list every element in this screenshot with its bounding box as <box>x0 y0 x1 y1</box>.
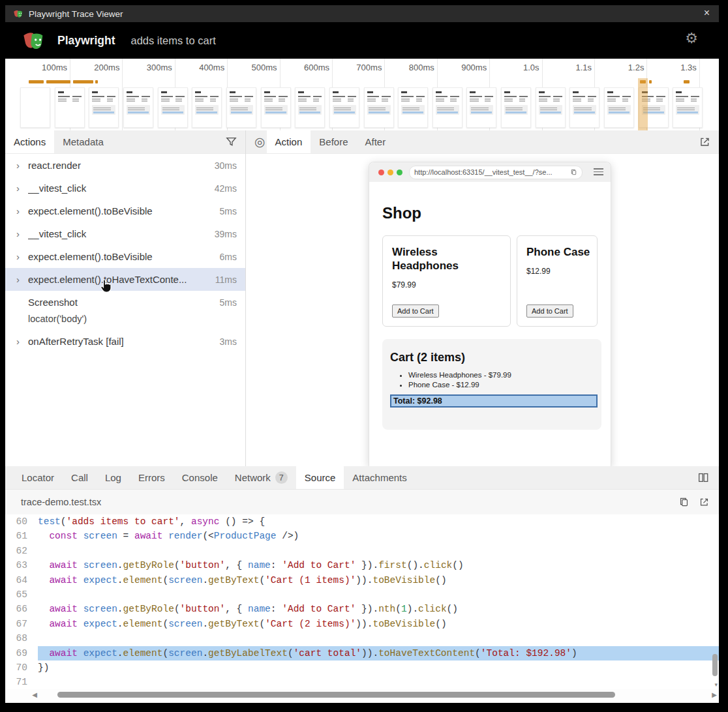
timeline-thumbnail[interactable] <box>501 87 531 128</box>
chevron-right-icon[interactable]: › <box>16 251 25 262</box>
action-duration: 11ms <box>215 274 237 285</box>
window-title: Playwright Trace Viewer <box>29 9 123 19</box>
thumb-cart <box>230 105 253 115</box>
timeline-thumbnail[interactable] <box>364 87 394 128</box>
tab-after[interactable]: After <box>357 130 395 153</box>
action-row[interactable]: ›expect.element().toHaveTextConte...11ms <box>5 268 245 291</box>
timeline-thumbnail[interactable] <box>20 87 50 128</box>
tab-locator[interactable]: Locator <box>13 466 63 489</box>
action-row[interactable]: ›react.render30ms <box>5 154 245 177</box>
timeline-tick-label: 300ms <box>127 63 172 72</box>
code-line: 69 await expect.element(screen.getByLabe… <box>5 646 719 660</box>
timeline-thumbnail[interactable] <box>673 87 703 128</box>
tab-log[interactable]: Log <box>97 466 130 489</box>
horizontal-scrollbar[interactable]: ◀ ▶ <box>5 689 719 700</box>
timeline-tick-label: 500ms <box>232 63 277 72</box>
thumb-cart <box>676 105 699 115</box>
add-to-cart-button[interactable]: Add to Cart <box>526 304 573 318</box>
add-to-cart-button[interactable]: Add to Cart <box>392 304 439 318</box>
scroll-right-icon[interactable]: ▶ <box>710 691 719 698</box>
source-file-bar: trace-demo.test.tsx <box>5 490 719 514</box>
timeline-thumbnail[interactable] <box>261 87 291 128</box>
gear-icon[interactable]: ⚙ <box>685 31 698 46</box>
action-row[interactable]: ›expect.element().toBeVisible6ms <box>5 245 245 268</box>
thumb-heading <box>607 91 613 93</box>
chevron-right-icon[interactable]: › <box>16 205 25 216</box>
thumb-product <box>622 96 631 102</box>
shop-page: Shop Wireless Headphones $79.99 Add to C… <box>369 204 611 430</box>
thumb-products <box>436 96 459 102</box>
thumb-heading <box>539 91 545 93</box>
line-number: 61 <box>5 529 27 543</box>
pick-locator-icon[interactable]: ◎ <box>254 130 265 153</box>
timeline-thumbnail[interactable] <box>55 87 85 128</box>
timeline-thumbnail[interactable] <box>466 87 496 128</box>
horizontal-scrollbar-thumb[interactable] <box>57 692 615 698</box>
timeline-thumbnail[interactable] <box>226 87 256 128</box>
tab-source[interactable]: Source <box>296 466 344 489</box>
timeline-thumbnail[interactable] <box>569 87 599 128</box>
split-view-icon[interactable] <box>697 471 710 484</box>
timeline-thumbnail[interactable] <box>536 87 566 128</box>
browser-chrome: http://localhost:63315/__vitest_test__/?… <box>369 162 611 182</box>
timeline-thumbnail[interactable] <box>89 87 119 128</box>
action-row[interactable]: ›expect.element().toBeVisible5ms <box>5 200 245 222</box>
line-number: 64 <box>5 573 27 587</box>
timeline-thumbnail[interactable] <box>398 87 428 128</box>
tab-network[interactable]: Network7 <box>226 466 296 489</box>
tab-errors[interactable]: Errors <box>130 466 174 489</box>
chevron-right-icon[interactable]: › <box>16 274 25 285</box>
action-row[interactable]: ›__vitest_click42ms <box>5 177 245 200</box>
chevron-right-icon[interactable]: › <box>16 160 25 171</box>
timeline-thumbnail[interactable] <box>604 87 634 128</box>
thumb-cart <box>264 105 288 115</box>
thumb-product <box>107 96 115 102</box>
tab-action[interactable]: Action <box>267 130 311 153</box>
tab-before[interactable]: Before <box>311 130 356 153</box>
vertical-scrollbar-thumb[interactable] <box>712 654 718 676</box>
copy-source-icon[interactable] <box>678 496 690 508</box>
menu-icon[interactable] <box>594 168 603 177</box>
thumb-cart <box>92 105 115 115</box>
thumb-heading <box>401 91 407 93</box>
filter-icon[interactable] <box>225 136 237 148</box>
timeline-thumbnail[interactable] <box>432 87 463 128</box>
vertical-scrollbar[interactable]: ▾ <box>711 514 718 689</box>
timeline-thumbnail[interactable] <box>192 87 222 128</box>
action-row[interactable]: ›onAfterRetryTask [fail]3ms <box>5 330 245 353</box>
thumb-product <box>72 96 81 102</box>
tab-label: Attachments <box>352 472 406 483</box>
scroll-left-icon[interactable]: ◀ <box>30 691 39 698</box>
chevron-right-icon[interactable]: › <box>16 228 25 239</box>
action-row[interactable]: ›__vitest_click39ms <box>5 222 245 245</box>
timeline-thumbnail[interactable] <box>329 87 359 128</box>
copy-url-icon[interactable] <box>570 168 577 176</box>
chevron-right-icon[interactable]: › <box>16 183 25 194</box>
tab-attachments[interactable]: Attachments <box>344 466 415 489</box>
traffic-light-red-icon <box>378 170 384 175</box>
tab-label: Errors <box>138 472 165 483</box>
timeline-thumbnail[interactable] <box>123 87 153 128</box>
action-title: onAfterRetryTask [fail] <box>28 336 220 347</box>
playwright-logo-icon <box>22 29 46 52</box>
chevron-right-icon[interactable]: › <box>16 336 25 347</box>
scroll-down-icon[interactable]: ▾ <box>714 681 718 688</box>
tab-console[interactable]: Console <box>174 466 226 489</box>
action-row[interactable]: ›Screenshot5ms <box>5 291 245 314</box>
horizontal-scrollbar-track[interactable] <box>39 692 710 698</box>
open-external-icon[interactable] <box>699 136 711 148</box>
browser-snapshot: http://localhost:63315/__vitest_test__/?… <box>369 162 611 466</box>
timeline-thumbnail[interactable] <box>295 87 325 128</box>
thumb-products <box>333 96 356 102</box>
tab-actions[interactable]: Actions <box>5 130 54 153</box>
thumb-products <box>504 96 528 102</box>
code-line: 60test('adds items to cart', async () =>… <box>5 514 719 529</box>
timeline[interactable]: 100ms200ms300ms400ms500ms600ms700ms800ms… <box>5 59 719 131</box>
tab-metadata[interactable]: Metadata <box>54 130 112 153</box>
thumb-cart <box>127 105 150 115</box>
close-icon[interactable]: × <box>704 7 710 19</box>
thumb-heading <box>573 91 579 93</box>
timeline-thumbnail[interactable] <box>158 87 188 128</box>
open-source-external-icon[interactable] <box>699 496 710 508</box>
tab-call[interactable]: Call <box>63 466 97 489</box>
